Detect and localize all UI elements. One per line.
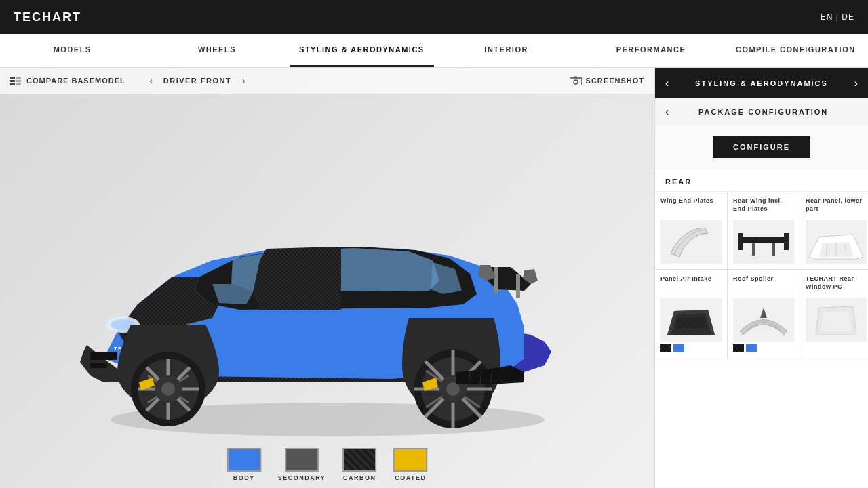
swatch-carbon-label: CARBON — [343, 474, 376, 481]
logo: TECHART — [14, 10, 81, 24]
nav-compile[interactable]: COMPILE CONFIGURATION — [724, 34, 868, 67]
svg-rect-12 — [90, 352, 117, 360]
swatch-mini-carbon[interactable] — [660, 344, 671, 352]
lang-separator: | — [833, 12, 842, 22]
product-rear-panel-img — [806, 220, 867, 264]
main-nav: MODELS WHEELS STYLING & AERODYNAMICS INT… — [0, 34, 868, 68]
svg-rect-45 — [752, 243, 755, 256]
compare-basemodel-button[interactable]: COMPARE BASEMODEL — [10, 76, 125, 85]
swatch-mini-blue[interactable] — [673, 344, 684, 352]
svg-rect-4 — [16, 80, 21, 82]
svg-rect-38 — [516, 274, 520, 298]
car-viewer: COMPARE BASEMODEL ‹ DRIVER FRONT › SCREE… — [0, 68, 654, 488]
svg-rect-46 — [772, 243, 775, 256]
product-techart-rear-window-img — [806, 298, 867, 342]
swatch-secondary[interactable]: SECONDARY — [278, 448, 326, 481]
configure-button[interactable]: CONFIGURE — [713, 136, 810, 158]
product-wing-end-plates[interactable]: Wing End Plates — [655, 192, 727, 269]
nav-performance[interactable]: PERFORMANCE — [578, 34, 723, 67]
product-grid-rear: Wing End Plates Rear Wing incl. End Plat… — [655, 192, 868, 359]
swatch-mini-blue2[interactable] — [746, 344, 757, 352]
product-roof-spoiler[interactable]: Roof Spoiler — [728, 270, 800, 359]
toolbar-left: COMPARE BASEMODEL ‹ DRIVER FRONT › — [10, 74, 250, 87]
toolbar-right: SCREENSHOT — [570, 76, 644, 85]
color-swatches: BODY SECONDARY CARBON COATED — [227, 448, 428, 481]
svg-rect-1 — [10, 80, 15, 82]
compare-icon — [10, 76, 22, 85]
prev-view-button[interactable]: ‹ — [144, 74, 158, 87]
svg-point-26 — [161, 382, 175, 396]
nav-styling[interactable]: STYLING & AERODYNAMICS — [290, 34, 434, 67]
panel-next-arrow[interactable]: › — [854, 77, 858, 89]
product-panel-air-intake-img — [660, 298, 722, 342]
swatch-coated-color — [393, 448, 427, 472]
swatch-secondary-color — [285, 448, 319, 472]
product-rear-wing-img — [733, 220, 794, 264]
svg-point-7 — [574, 80, 578, 84]
panel-prev-arrow[interactable]: ‹ — [665, 77, 669, 89]
svg-rect-0 — [10, 77, 15, 79]
svg-rect-5 — [16, 83, 21, 85]
lang-en[interactable]: EN — [821, 12, 833, 22]
svg-rect-3 — [16, 77, 21, 79]
swatch-body-color — [227, 448, 261, 472]
swatch-carbon[interactable]: CARBON — [342, 448, 376, 481]
section-rear-label: REAR — [655, 169, 868, 192]
product-techart-rear-window-name: TECHART Rear Window PC — [806, 275, 867, 294]
product-roof-spoiler-name: Roof Spoiler — [733, 275, 794, 294]
panel-header: ‹ STYLING & AERODYNAMICS › — [655, 68, 868, 98]
product-rear-panel[interactable]: Rear Panel, lower part — [800, 192, 868, 269]
product-rear-panel-name: Rear Panel, lower part — [806, 197, 867, 216]
panel-header-title: STYLING & AERODYNAMICS — [695, 79, 828, 87]
product-roof-swatches — [733, 342, 794, 353]
product-rear-wing[interactable]: Rear Wing incl. End Plates — [728, 192, 800, 269]
car-image-area: TECHART — [0, 94, 654, 488]
language-switcher[interactable]: EN | DE — [821, 12, 854, 22]
nav-interior[interactable]: INTERIOR — [434, 34, 578, 67]
nav-wheels[interactable]: WHEELS — [144, 34, 289, 67]
viewer-toolbar: COMPARE BASEMODEL ‹ DRIVER FRONT › SCREE… — [0, 68, 654, 94]
product-wing-end-plates-name: Wing End Plates — [660, 197, 722, 216]
swatch-secondary-label: SECONDARY — [278, 474, 326, 481]
product-roof-spoiler-img — [733, 298, 794, 342]
product-panel-air-intake[interactable]: Panel Air Intake — [655, 270, 727, 359]
swatch-body-label: BODY — [233, 474, 255, 481]
configure-area: CONFIGURE — [655, 125, 868, 169]
swatch-mini-carbon2[interactable] — [733, 344, 744, 352]
product-panel-air-intake-name: Panel Air Intake — [660, 275, 722, 294]
screenshot-button[interactable]: SCREENSHOT — [570, 76, 644, 85]
swatch-carbon-color — [342, 448, 376, 472]
product-wing-end-plates-img — [660, 220, 722, 264]
view-navigator: ‹ DRIVER FRONT › — [144, 74, 251, 87]
product-panel-swatches — [660, 342, 722, 353]
nav-models[interactable]: MODELS — [0, 34, 144, 67]
svg-rect-2 — [10, 83, 15, 85]
top-bar: TECHART EN | DE — [0, 0, 868, 34]
right-panel: ‹ STYLING & AERODYNAMICS › ‹ PACKAGE CON… — [654, 68, 868, 488]
view-label: DRIVER FRONT — [163, 77, 232, 85]
panel-subheader-title: PACKAGE CONFIGURATION — [669, 108, 858, 116]
svg-rect-44 — [740, 237, 787, 243]
product-techart-rear-window[interactable]: TECHART Rear Window PC — [800, 270, 868, 359]
car-illustration: TECHART — [50, 142, 606, 440]
product-rear-wing-name: Rear Wing incl. End Plates — [733, 197, 794, 216]
next-view-button[interactable]: › — [237, 74, 250, 87]
content-area: COMPARE BASEMODEL ‹ DRIVER FRONT › SCREE… — [0, 68, 868, 488]
svg-rect-37 — [494, 267, 498, 294]
lang-de[interactable]: DE — [842, 12, 854, 22]
camera-icon — [570, 76, 582, 85]
panel-subheader: ‹ PACKAGE CONFIGURATION — [655, 98, 868, 125]
swatch-coated-label: COATED — [395, 474, 426, 481]
svg-rect-13 — [90, 363, 107, 368]
swatch-body[interactable]: BODY — [227, 448, 261, 481]
swatch-coated[interactable]: COATED — [393, 448, 427, 481]
